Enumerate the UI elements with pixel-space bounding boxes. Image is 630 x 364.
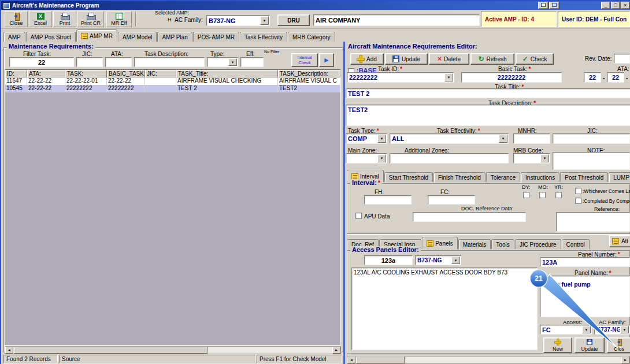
table-row-selected[interactable]: 10545 22-22-22 22222222 22222222 TEST 2 … [5, 85, 340, 92]
filter-ata-input[interactable] [105, 57, 132, 67]
fc-input[interactable] [428, 195, 475, 205]
delete-button[interactable]: × Delete [429, 53, 469, 65]
dropdown-arrow-icon[interactable]: ▼ [228, 58, 237, 66]
panel-ac-family-combo[interactable]: B737-NG ▼ [594, 325, 630, 335]
tab-jic-procedure[interactable]: JIC Procedure [515, 239, 561, 249]
filter-jic-input[interactable] [76, 57, 103, 67]
tab-task-effectivity[interactable]: Task Effectivity [240, 32, 287, 42]
col-task-description[interactable]: TASK_Description: [278, 70, 340, 77]
refresh-button[interactable]: ↻ Refresh [470, 53, 514, 65]
table-row[interactable]: 11547 22-22-22 22-22-22-01 22-22-22 AIRF… [5, 77, 340, 85]
jic-input[interactable] [553, 133, 630, 144]
panel-number-input[interactable]: 123A [540, 257, 630, 267]
close-toolbar-button[interactable]: Close [5, 11, 28, 27]
fh-input[interactable] [364, 195, 412, 205]
tab-amp-plan[interactable]: AMP Plan [157, 32, 192, 42]
mdi-restore-button[interactable] [538, 2, 549, 9]
task-title-input[interactable]: TEST 2 [346, 88, 630, 98]
doc-ref-input[interactable] [413, 212, 526, 222]
dropdown-arrow-icon[interactable]: ▼ [260, 16, 269, 25]
scroll-thumb[interactable] [14, 347, 207, 354]
panel-new-button[interactable]: New [543, 337, 572, 353]
tab-tools[interactable]: Tools [491, 239, 514, 249]
col-task[interactable]: TASK: [65, 70, 107, 77]
task-effectivity-combo[interactable]: ALL ▼ [390, 133, 509, 144]
dropdown-arrow-icon[interactable]: ▼ [620, 326, 629, 333]
mr-eff-button[interactable]: MR Eff [106, 11, 132, 27]
update-button[interactable]: Update [385, 53, 428, 65]
print-button[interactable]: Print [53, 11, 76, 27]
mdi-window-button[interactable] [549, 2, 559, 9]
additional-zones-input[interactable] [390, 153, 509, 164]
scroll-left-icon[interactable]: ◄ [5, 347, 13, 354]
tab-control[interactable]: Control [562, 239, 590, 249]
tab-amp-pos-struct[interactable]: AMP Pos Struct [26, 32, 76, 42]
dropdown-arrow-icon[interactable]: ▼ [377, 135, 386, 143]
scroll-left-icon[interactable]: ◄ [347, 356, 355, 363]
dru-button[interactable]: DRU [277, 14, 310, 26]
col-task-title[interactable]: TASK_Title: [176, 70, 278, 77]
list-item[interactable]: 123AL A/C COOLING EXHAUST ACCESS DOOR BD… [354, 269, 507, 276]
editor-hscrollbar[interactable]: ◄ ► [347, 356, 630, 364]
company-field[interactable]: AIR COMPANY [313, 14, 480, 26]
main-zone-combo[interactable]: ▼ [346, 153, 387, 164]
col-id[interactable]: ID: [5, 70, 27, 77]
reference-input[interactable] [556, 212, 630, 232]
dropdown-arrow-icon[interactable]: ▼ [582, 326, 591, 333]
dropdown-arrow-icon[interactable]: ▼ [377, 154, 386, 162]
tab-finish-threshold[interactable]: Finish Threshold [433, 172, 486, 182]
whichever-checkbox[interactable] [575, 188, 581, 194]
basic-task-input[interactable]: 22222222 [461, 72, 562, 83]
dy-checkbox[interactable] [523, 192, 529, 198]
panel-code-input[interactable]: 123a [364, 255, 413, 265]
tab-pos-amp-mr[interactable]: POS-AMP MR [193, 32, 239, 42]
tab-instructions[interactable]: Instructions [521, 172, 559, 182]
grid-hscrollbar[interactable]: ◄ ► [5, 346, 341, 354]
scroll-right-icon[interactable]: ► [332, 347, 340, 354]
scroll-thumb[interactable] [356, 356, 405, 363]
ata2-input[interactable]: 22 [607, 72, 624, 83]
dropdown-arrow-icon[interactable]: ▼ [444, 73, 453, 81]
mnhr-input[interactable] [513, 133, 550, 144]
excel-button[interactable]: Excel [29, 11, 52, 27]
dropdown-arrow-icon[interactable]: ▼ [451, 257, 460, 264]
completed-checkbox[interactable] [575, 198, 581, 204]
panel-name-input[interactable]: s to fuel pump [540, 276, 630, 317]
dropdown-arrow-icon[interactable]: ▼ [499, 135, 507, 143]
mrb-code-combo[interactable]: ▼ [513, 153, 550, 164]
tab-mrb-category[interactable]: MRB Category [288, 32, 335, 42]
tab-materials[interactable]: Materials [458, 239, 491, 249]
task-id-combo[interactable]: 22222222 ▼ [347, 72, 454, 83]
task-description-input[interactable]: TEST2 [346, 105, 630, 126]
tab-amp-mr[interactable]: AMP MR [76, 29, 117, 42]
mo-checkbox[interactable] [539, 192, 546, 198]
check-button[interactable]: ✓ Check [516, 53, 554, 65]
col-basic-task[interactable]: BASIC_TASK: [107, 70, 145, 77]
note-input[interactable] [553, 152, 630, 170]
task-type-combo[interactable]: COMP ▼ [346, 133, 387, 144]
panel-splitter[interactable] [343, 42, 345, 364]
apply-filter-button[interactable]: ► [319, 53, 334, 67]
access-combo[interactable]: FC ▼ [540, 325, 592, 335]
tab-tolerance[interactable]: Tolerance [486, 172, 520, 182]
dropdown-arrow-icon[interactable]: ▼ [540, 154, 549, 162]
filter-desc-input[interactable] [134, 57, 205, 67]
internal-check-button[interactable]: Internal Check [291, 53, 318, 67]
minimize-button[interactable]: _ [601, 2, 610, 9]
ac-family-combo[interactable]: B737-NG ▼ [206, 15, 270, 26]
apu-checkbox[interactable] [355, 213, 362, 219]
tab-amp-model[interactable]: AMP Model [118, 32, 157, 42]
tab-lump[interactable]: LUMP [609, 172, 630, 182]
panel-update-button[interactable]: Update [575, 337, 605, 353]
close-window-button[interactable]: × [621, 2, 630, 9]
ata1-input[interactable]: 22 [584, 72, 601, 83]
filter-eff-input[interactable] [240, 57, 264, 67]
col-jic[interactable]: JIC: [145, 70, 176, 77]
print-cr-button[interactable]: Print CR [77, 11, 104, 27]
maximize-button[interactable]: □ [611, 2, 620, 9]
tab-post-threshold[interactable]: Post Threshold [560, 172, 608, 182]
tab-amp[interactable]: AMP [3, 32, 25, 42]
filter-type-combo[interactable]: ▼ [207, 57, 238, 67]
tab-panels[interactable]: Panels [422, 237, 458, 249]
add-button[interactable]: Add [350, 53, 384, 65]
